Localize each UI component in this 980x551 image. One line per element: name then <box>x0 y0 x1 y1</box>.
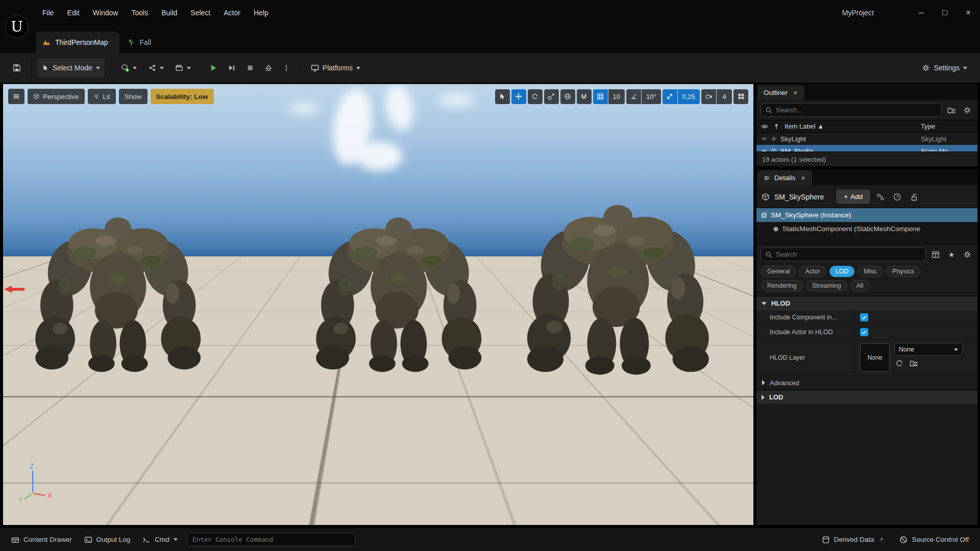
source-control-button[interactable]: Source Control Off <box>894 532 974 548</box>
cmd-dropdown[interactable]: Cmd <box>137 532 183 548</box>
console-command-input[interactable] <box>192 536 350 543</box>
outliner-row-skylight[interactable]: SkyLight SkyLight <box>756 133 977 145</box>
camera-speed-button[interactable] <box>701 89 716 104</box>
blueprints-button[interactable] <box>143 59 168 77</box>
add-actor-button[interactable] <box>116 59 141 77</box>
filter-tab-streaming[interactable]: Streaming <box>806 280 847 291</box>
tree-row-instance[interactable]: SM_SkySphere (Instance) <box>756 208 977 222</box>
filter-tab-general[interactable]: General <box>761 266 796 277</box>
scale-snap-value[interactable]: 0,25 <box>678 89 700 104</box>
stop-button[interactable] <box>241 59 259 77</box>
content-drawer-button[interactable]: Content Drawer <box>6 532 77 548</box>
close-icon[interactable]: × <box>800 174 806 182</box>
play-button[interactable] <box>205 59 222 77</box>
menu-select[interactable]: Select <box>184 5 217 20</box>
filter-tab-rendering[interactable]: Rendering <box>761 280 803 291</box>
settings-dropdown[interactable]: Settings <box>917 59 972 77</box>
browse-asset-button[interactable] <box>910 359 918 367</box>
outliner-searchbox[interactable] <box>761 103 942 117</box>
level-viewport[interactable]: Z Y X Perspective Lit Show <box>3 84 753 525</box>
derived-data-button[interactable]: Derived Data <box>817 532 890 548</box>
close-icon[interactable]: × <box>792 89 798 97</box>
eye-icon[interactable] <box>761 123 768 130</box>
rock-golem-right[interactable] <box>527 205 709 375</box>
scale-snap-toggle[interactable] <box>663 89 677 104</box>
outliner-search-input[interactable] <box>776 106 937 114</box>
viewport-options-button[interactable] <box>8 89 24 104</box>
scale-tool-button[interactable] <box>544 89 559 104</box>
menu-help[interactable]: Help <box>247 5 275 20</box>
move-tool-button[interactable] <box>511 89 526 104</box>
outliner-tab[interactable]: Outliner × <box>757 85 804 100</box>
menu-tools[interactable]: Tools <box>125 5 155 20</box>
filter-tab-lod[interactable]: LOD <box>829 266 855 277</box>
edit-blueprint-button[interactable] <box>874 191 887 203</box>
lock-button[interactable] <box>908 191 920 203</box>
favorites-button[interactable]: ★ <box>945 248 958 261</box>
hlod-layer-dropdown[interactable]: None <box>894 343 963 356</box>
section-lod[interactable]: LOD <box>756 390 977 404</box>
column-type[interactable]: Type <box>921 122 973 130</box>
grid-snap-toggle[interactable] <box>593 89 608 104</box>
rock-golem-left[interactable] <box>35 217 201 372</box>
close-button[interactable]: × <box>957 3 980 22</box>
play-options-button[interactable] <box>278 59 295 77</box>
perspective-dropdown[interactable]: Perspective <box>28 89 85 104</box>
menu-build[interactable]: Build <box>155 5 184 20</box>
section-advanced[interactable]: Advanced <box>756 376 977 390</box>
platforms-dropdown[interactable]: Platforms <box>306 59 365 77</box>
details-searchbox[interactable] <box>761 247 926 261</box>
use-selected-asset-button[interactable] <box>895 359 903 367</box>
menu-file[interactable]: File <box>36 5 61 20</box>
minimize-button[interactable]: – <box>910 3 933 22</box>
details-settings-button[interactable] <box>961 248 973 261</box>
details-search-input[interactable] <box>776 251 921 258</box>
tab-fall[interactable]: Fall <box>120 32 163 53</box>
maximize-button[interactable]: □ <box>933 3 957 22</box>
scalability-warning-badge[interactable]: Scalability: Low <box>151 89 214 104</box>
launch-button[interactable] <box>260 59 277 77</box>
lit-dropdown[interactable]: Lit <box>88 89 116 104</box>
column-item-label[interactable]: Item Label ▲ <box>785 122 824 130</box>
rock-golem-middle[interactable] <box>316 217 481 372</box>
outliner-settings-button[interactable] <box>961 104 973 116</box>
surface-snap-button[interactable] <box>577 89 592 104</box>
show-dropdown[interactable]: Show <box>119 89 148 104</box>
include-actor-checkbox[interactable] <box>860 328 868 336</box>
include-component-checkbox[interactable] <box>860 313 868 321</box>
maximize-viewport-button[interactable] <box>733 89 748 104</box>
display-filter-button[interactable] <box>929 248 942 261</box>
cinematics-button[interactable] <box>170 59 195 77</box>
world-local-toggle-button[interactable] <box>560 89 575 104</box>
add-component-button[interactable]: +Add <box>837 190 870 204</box>
menu-window[interactable]: Window <box>86 5 125 20</box>
eye-icon[interactable] <box>761 136 767 142</box>
pin-icon[interactable] <box>773 123 780 130</box>
select-tool-button[interactable] <box>495 89 510 104</box>
filter-tab-misc[interactable]: Misc <box>857 266 883 277</box>
camera-speed-value[interactable]: 4 <box>717 89 732 104</box>
filter-tab-actor[interactable]: Actor <box>799 266 826 277</box>
rotate-tool-button[interactable] <box>528 89 543 104</box>
eye-icon[interactable] <box>761 148 767 152</box>
menu-edit[interactable]: Edit <box>61 5 86 20</box>
select-mode-dropdown[interactable]: Select Mode <box>37 59 105 77</box>
tree-row-staticmeshcomponent[interactable]: StaticMeshComponent (StaticMeshCompone <box>756 222 977 236</box>
save-button[interactable] <box>8 59 26 77</box>
grid-snap-value[interactable]: 10 <box>608 89 625 104</box>
menu-actor[interactable]: Actor <box>217 5 247 20</box>
section-hlod[interactable]: HLOD <box>756 296 977 310</box>
filter-tab-all[interactable]: All <box>850 280 870 291</box>
details-tab[interactable]: Details × <box>757 170 812 185</box>
help-button[interactable]: ? <box>891 191 903 203</box>
console-command-box[interactable] <box>187 533 355 546</box>
filter-tab-physics[interactable]: Physics <box>886 266 920 277</box>
new-folder-button[interactable] <box>945 104 958 116</box>
output-log-button[interactable]: Output Log <box>79 532 136 548</box>
rotation-snap-toggle[interactable] <box>626 89 641 104</box>
tab-thirdpersonmap[interactable]: ThirdPersonMap <box>36 32 119 53</box>
rotation-snap-value[interactable]: 10° <box>642 89 661 104</box>
hlod-layer-thumbnail[interactable]: None <box>860 343 890 372</box>
frame-skip-button[interactable] <box>223 59 240 77</box>
outliner-row-sm-skysphere[interactable]: SM_SkySp Static Me <box>756 145 977 152</box>
